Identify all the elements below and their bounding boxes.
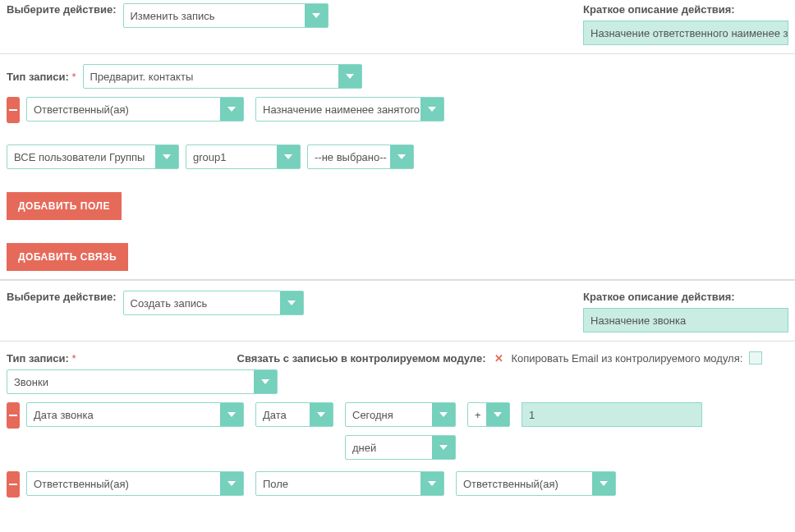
date-offset-input[interactable]: 1 — [522, 402, 702, 427]
group-select[interactable]: group1 — [186, 144, 301, 169]
field-select[interactable]: Ответственный(ая) — [26, 97, 244, 122]
close-icon[interactable]: ✕ — [493, 352, 505, 365]
base-date-select[interactable]: Сегодня — [345, 402, 456, 427]
short-desc-label: Краткое описание действия: — [583, 3, 788, 16]
remove-field-button[interactable] — [7, 471, 20, 498]
record-type-2-text: Звонки — [14, 376, 270, 388]
chevron-down-icon — [310, 403, 333, 426]
action-select-2-text: Создать запись — [131, 297, 296, 310]
operator-select[interactable]: Назначение наименее занятого — [255, 97, 444, 122]
chevron-down-icon — [220, 472, 243, 495]
remove-field-button[interactable] — [7, 97, 20, 123]
choose-action-label: Выберите действие: — [7, 291, 117, 303]
group-scope-select[interactable]: ВСЕ пользователи Группы — [7, 144, 179, 169]
link-record-label: Связать с записью в контролируемом модул… — [237, 352, 486, 365]
chevron-down-icon — [254, 370, 277, 393]
action-select-text: Изменить запись — [131, 10, 321, 22]
record-type-select[interactable]: Предварит. контакты — [83, 64, 362, 89]
chevron-down-icon — [390, 145, 413, 168]
record-type-select-2[interactable]: Звонки — [7, 369, 278, 394]
chevron-down-icon — [420, 472, 443, 495]
short-desc-input[interactable]: Назначение ответственного наименее за — [583, 21, 788, 45]
operator-select-text: Назначение наименее занятого — [263, 103, 437, 116]
chevron-down-icon — [220, 98, 243, 121]
action-select-2[interactable]: Создать запись — [123, 291, 304, 315]
record-type-text: Предварит. контакты — [90, 71, 355, 83]
short-desc-label: Краткое описание действия: — [583, 291, 788, 303]
field-select-r1[interactable]: Дата звонка — [26, 402, 244, 427]
record-type-label: Тип записи: — [7, 352, 76, 365]
chevron-down-icon — [420, 98, 443, 121]
field-select-r2[interactable]: Ответственный(ая) — [26, 471, 244, 496]
copy-email-label: Копировать Email из контролируемого моду… — [512, 352, 743, 365]
type-select-r1[interactable]: Дата — [255, 402, 333, 427]
chevron-down-icon — [486, 403, 509, 426]
short-desc-input-2[interactable]: Назначение звонка — [583, 308, 788, 332]
chevron-down-icon — [338, 65, 361, 88]
field-select-text: Ответственный(ая) — [34, 103, 237, 116]
chevron-down-icon — [432, 403, 455, 426]
add-field-button[interactable]: ДОБАВИТЬ ПОЛЕ — [7, 192, 122, 220]
chevron-down-icon — [305, 4, 328, 27]
value-select-r2[interactable]: Ответственный(ая) — [456, 471, 616, 496]
action-select[interactable]: Изменить запись — [123, 3, 329, 28]
extra-select[interactable]: --не выбрано-- — [307, 144, 414, 169]
chevron-down-icon — [220, 403, 243, 426]
chevron-down-icon — [155, 145, 178, 168]
remove-field-button[interactable] — [7, 402, 20, 429]
chevron-down-icon — [592, 472, 615, 495]
date-op-select[interactable]: + — [467, 402, 510, 427]
date-unit-select[interactable]: дней — [345, 435, 456, 460]
type-select-r2[interactable]: Поле — [255, 471, 444, 496]
chevron-down-icon — [277, 145, 300, 168]
chevron-down-icon — [432, 436, 455, 459]
group-scope-text: ВСЕ пользователи Группы — [14, 151, 172, 163]
chevron-down-icon — [280, 291, 303, 314]
record-type-label: Тип записи: — [7, 71, 76, 83]
choose-action-label: Выберите действие: — [7, 3, 117, 16]
copy-email-checkbox[interactable] — [749, 351, 762, 365]
add-link-button[interactable]: ДОБАВИТЬ СВЯЗЬ — [7, 243, 128, 271]
